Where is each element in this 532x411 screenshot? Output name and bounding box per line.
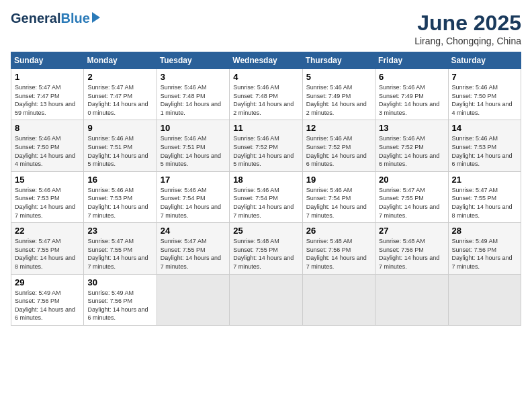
calendar-cell: 6Sunrise: 5:46 AMSunset: 7:49 PMDaylight… bbox=[375, 69, 448, 120]
cell-info: Sunrise: 5:46 AMSunset: 7:49 PMDaylight:… bbox=[379, 83, 444, 117]
calendar-cell: 26Sunrise: 5:48 AMSunset: 7:56 PMDayligh… bbox=[302, 223, 375, 274]
day-number: 29 bbox=[15, 277, 80, 287]
calendar-cell bbox=[302, 274, 375, 325]
title-area: June 2025 Lirang, Chongqing, China bbox=[414, 11, 521, 46]
cell-info: Sunrise: 5:46 AMSunset: 7:48 PMDaylight:… bbox=[161, 83, 226, 117]
logo-blue-text: Blue bbox=[60, 11, 89, 26]
calendar-cell: 12Sunrise: 5:46 AMSunset: 7:52 PMDayligh… bbox=[302, 120, 375, 171]
cell-info: Sunrise: 5:48 AMSunset: 7:56 PMDaylight:… bbox=[306, 237, 371, 271]
cell-info: Sunrise: 5:46 AMSunset: 7:51 PMDaylight:… bbox=[161, 134, 226, 168]
cell-info: Sunrise: 5:47 AMSunset: 7:47 PMDaylight:… bbox=[15, 83, 80, 117]
calendar-cell: 20Sunrise: 5:47 AMSunset: 7:55 PMDayligh… bbox=[375, 171, 448, 222]
day-number: 23 bbox=[87, 226, 152, 236]
calendar-cell bbox=[448, 274, 521, 325]
cell-info: Sunrise: 5:46 AMSunset: 7:50 PMDaylight:… bbox=[452, 83, 517, 117]
cell-info: Sunrise: 5:48 AMSunset: 7:55 PMDaylight:… bbox=[233, 237, 298, 271]
calendar-cell bbox=[157, 274, 229, 325]
day-number: 30 bbox=[87, 277, 152, 287]
cell-info: Sunrise: 5:47 AMSunset: 7:47 PMDaylight:… bbox=[87, 83, 152, 117]
day-number: 16 bbox=[87, 175, 152, 185]
day-number: 19 bbox=[306, 175, 371, 185]
calendar-body: 1Sunrise: 5:47 AMSunset: 7:47 PMDaylight… bbox=[11, 69, 521, 326]
calendar-header-row: SundayMondayTuesdayWednesdayThursdayFrid… bbox=[11, 52, 521, 69]
cell-info: Sunrise: 5:49 AMSunset: 7:56 PMDaylight:… bbox=[15, 289, 80, 322]
cell-info: Sunrise: 5:46 AMSunset: 7:52 PMDaylight:… bbox=[233, 134, 298, 168]
day-number: 17 bbox=[161, 175, 226, 185]
day-number: 24 bbox=[161, 226, 226, 236]
calendar-week-1: 1Sunrise: 5:47 AMSunset: 7:47 PMDaylight… bbox=[11, 69, 521, 120]
calendar-cell: 21Sunrise: 5:47 AMSunset: 7:55 PMDayligh… bbox=[448, 171, 521, 222]
cell-info: Sunrise: 5:46 AMSunset: 7:54 PMDaylight:… bbox=[233, 186, 298, 220]
calendar-cell: 13Sunrise: 5:46 AMSunset: 7:52 PMDayligh… bbox=[375, 120, 448, 171]
calendar-cell: 18Sunrise: 5:46 AMSunset: 7:54 PMDayligh… bbox=[230, 171, 302, 222]
cell-info: Sunrise: 5:49 AMSunset: 7:56 PMDaylight:… bbox=[452, 237, 517, 271]
calendar-cell: 2Sunrise: 5:47 AMSunset: 7:47 PMDaylight… bbox=[84, 69, 157, 120]
cell-info: Sunrise: 5:48 AMSunset: 7:56 PMDaylight:… bbox=[379, 237, 444, 271]
logo: General Blue bbox=[11, 11, 100, 26]
day-number: 26 bbox=[306, 226, 371, 236]
calendar-week-5: 29Sunrise: 5:49 AMSunset: 7:56 PMDayligh… bbox=[11, 274, 521, 325]
day-number: 22 bbox=[15, 226, 80, 236]
day-number: 2 bbox=[87, 72, 152, 82]
cell-info: Sunrise: 5:47 AMSunset: 7:55 PMDaylight:… bbox=[87, 237, 152, 271]
cell-info: Sunrise: 5:46 AMSunset: 7:54 PMDaylight:… bbox=[306, 186, 371, 220]
day-number: 9 bbox=[87, 123, 152, 133]
calendar-cell: 28Sunrise: 5:49 AMSunset: 7:56 PMDayligh… bbox=[448, 223, 521, 274]
calendar-cell: 29Sunrise: 5:49 AMSunset: 7:56 PMDayligh… bbox=[11, 274, 84, 325]
calendar-cell: 5Sunrise: 5:46 AMSunset: 7:49 PMDaylight… bbox=[302, 69, 375, 120]
day-number: 10 bbox=[161, 123, 226, 133]
calendar-week-2: 8Sunrise: 5:46 AMSunset: 7:50 PMDaylight… bbox=[11, 120, 521, 171]
logo-general-text: General bbox=[11, 11, 60, 26]
day-number: 5 bbox=[306, 72, 371, 82]
day-number: 4 bbox=[233, 72, 298, 82]
col-header-saturday: Saturday bbox=[448, 52, 521, 69]
col-header-thursday: Thursday bbox=[302, 52, 375, 69]
day-number: 20 bbox=[379, 175, 444, 185]
cell-info: Sunrise: 5:46 AMSunset: 7:52 PMDaylight:… bbox=[306, 134, 371, 168]
calendar-week-3: 15Sunrise: 5:46 AMSunset: 7:53 PMDayligh… bbox=[11, 171, 521, 222]
cell-info: Sunrise: 5:47 AMSunset: 7:55 PMDaylight:… bbox=[452, 186, 517, 220]
calendar-cell: 24Sunrise: 5:47 AMSunset: 7:55 PMDayligh… bbox=[157, 223, 229, 274]
day-number: 25 bbox=[233, 226, 298, 236]
calendar-cell: 9Sunrise: 5:46 AMSunset: 7:51 PMDaylight… bbox=[84, 120, 157, 171]
day-number: 28 bbox=[452, 226, 517, 236]
cell-info: Sunrise: 5:46 AMSunset: 7:50 PMDaylight:… bbox=[15, 134, 80, 168]
calendar-week-4: 22Sunrise: 5:47 AMSunset: 7:55 PMDayligh… bbox=[11, 223, 521, 274]
calendar-cell: 8Sunrise: 5:46 AMSunset: 7:50 PMDaylight… bbox=[11, 120, 84, 171]
calendar-cell: 23Sunrise: 5:47 AMSunset: 7:55 PMDayligh… bbox=[84, 223, 157, 274]
cell-info: Sunrise: 5:46 AMSunset: 7:49 PMDaylight:… bbox=[306, 83, 371, 117]
day-number: 12 bbox=[306, 123, 371, 133]
cell-info: Sunrise: 5:47 AMSunset: 7:55 PMDaylight:… bbox=[161, 237, 226, 271]
calendar-table: SundayMondayTuesdayWednesdayThursdayFrid… bbox=[11, 52, 521, 326]
col-header-tuesday: Tuesday bbox=[157, 52, 229, 69]
day-number: 11 bbox=[233, 123, 298, 133]
calendar-cell: 10Sunrise: 5:46 AMSunset: 7:51 PMDayligh… bbox=[157, 120, 229, 171]
calendar-cell: 15Sunrise: 5:46 AMSunset: 7:53 PMDayligh… bbox=[11, 171, 84, 222]
calendar-cell: 30Sunrise: 5:49 AMSunset: 7:56 PMDayligh… bbox=[84, 274, 157, 325]
calendar-cell: 19Sunrise: 5:46 AMSunset: 7:54 PMDayligh… bbox=[302, 171, 375, 222]
day-number: 21 bbox=[452, 175, 517, 185]
col-header-sunday: Sunday bbox=[11, 52, 84, 69]
calendar-cell: 4Sunrise: 5:46 AMSunset: 7:48 PMDaylight… bbox=[230, 69, 302, 120]
cell-info: Sunrise: 5:46 AMSunset: 7:53 PMDaylight:… bbox=[15, 186, 80, 220]
calendar-cell: 22Sunrise: 5:47 AMSunset: 7:55 PMDayligh… bbox=[11, 223, 84, 274]
header: General Blue June 2025 Lirang, Chongqing… bbox=[11, 11, 521, 46]
day-number: 27 bbox=[379, 226, 444, 236]
cell-info: Sunrise: 5:46 AMSunset: 7:48 PMDaylight:… bbox=[233, 83, 298, 117]
calendar-cell: 11Sunrise: 5:46 AMSunset: 7:52 PMDayligh… bbox=[230, 120, 302, 171]
calendar-cell bbox=[375, 274, 448, 325]
calendar-cell: 27Sunrise: 5:48 AMSunset: 7:56 PMDayligh… bbox=[375, 223, 448, 274]
calendar-cell: 17Sunrise: 5:46 AMSunset: 7:54 PMDayligh… bbox=[157, 171, 229, 222]
day-number: 7 bbox=[452, 72, 517, 82]
calendar-cell: 14Sunrise: 5:46 AMSunset: 7:53 PMDayligh… bbox=[448, 120, 521, 171]
cell-info: Sunrise: 5:49 AMSunset: 7:56 PMDaylight:… bbox=[87, 289, 152, 322]
calendar-cell: 1Sunrise: 5:47 AMSunset: 7:47 PMDaylight… bbox=[11, 69, 84, 120]
month-title: June 2025 bbox=[414, 11, 521, 36]
cell-info: Sunrise: 5:47 AMSunset: 7:55 PMDaylight:… bbox=[15, 237, 80, 271]
calendar-cell: 3Sunrise: 5:46 AMSunset: 7:48 PMDaylight… bbox=[157, 69, 229, 120]
calendar-cell: 16Sunrise: 5:46 AMSunset: 7:53 PMDayligh… bbox=[84, 171, 157, 222]
cell-info: Sunrise: 5:46 AMSunset: 7:52 PMDaylight:… bbox=[379, 134, 444, 168]
day-number: 8 bbox=[15, 123, 80, 133]
day-number: 15 bbox=[15, 175, 80, 185]
cell-info: Sunrise: 5:46 AMSunset: 7:53 PMDaylight:… bbox=[87, 186, 152, 220]
